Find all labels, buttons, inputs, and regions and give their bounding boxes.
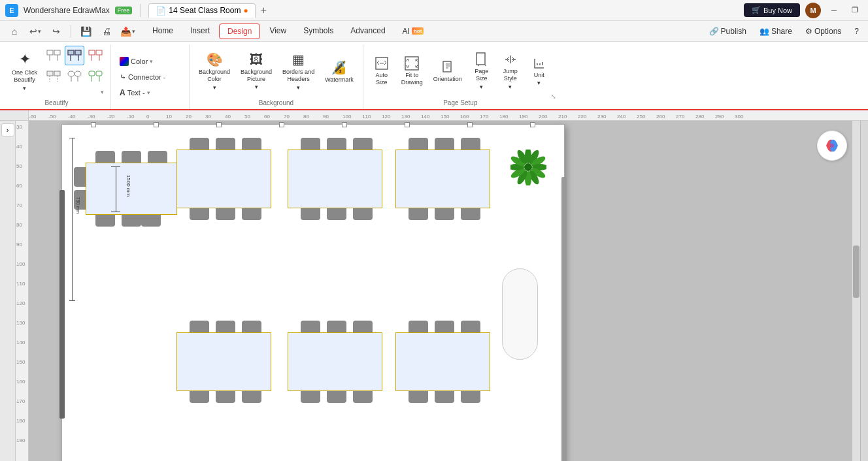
main-area: › 30 40 50 60 70 80 90 100 110 120 130 1…: [0, 121, 868, 461]
resize-handle[interactable]: [530, 122, 535, 127]
buy-now-button[interactable]: 🛒 Buy Now: [744, 3, 800, 17]
fit-to-drawing-button[interactable]: Fit toDrawing: [397, 54, 427, 89]
style-option-3[interactable]: [86, 46, 105, 65]
resize-handle[interactable]: [279, 122, 284, 127]
background-picture-button[interactable]: 🖼 BackgroundPicture ▾: [237, 50, 276, 93]
canvas-wrapper: 30 40 50 60 70 80 90 100 110 120 130 140…: [16, 121, 860, 461]
svg-rect-25: [405, 57, 418, 70]
home-nav-icon[interactable]: ⌂: [5, 22, 24, 40]
desk-surface: [176, 150, 271, 208]
bg-color-icon: 🎨: [207, 52, 223, 67]
vertical-scrollbar[interactable]: [852, 121, 860, 461]
chair: [242, 321, 261, 332]
style-option-6[interactable]: [86, 67, 105, 86]
resize-handle[interactable]: [467, 122, 473, 127]
text-dropdown[interactable]: A Text - ▾: [116, 86, 154, 99]
beautify-icon: ✦: [19, 51, 31, 68]
minimize-button[interactable]: ─: [826, 4, 842, 17]
chair: [461, 321, 480, 332]
options-button[interactable]: ⚙ Options: [801, 25, 845, 37]
desk-surface: [395, 332, 490, 391]
page-setup-label: Page Setup: [369, 98, 552, 108]
chair: [435, 321, 454, 332]
orientation-button[interactable]: Orientation: [429, 57, 466, 86]
right-resize-bar[interactable]: [561, 177, 567, 461]
resize-handle[interactable]: [91, 122, 96, 127]
chair: [190, 391, 209, 403]
tab-design[interactable]: Design: [219, 24, 260, 39]
publish-button[interactable]: 🔗 Publish: [705, 25, 750, 37]
tab-symbols[interactable]: Symbols: [295, 24, 341, 39]
resize-handle[interactable]: [342, 122, 347, 127]
connector-dropdown[interactable]: ⤷ Connector -: [116, 71, 169, 84]
scrollbar-thumb[interactable]: [853, 246, 860, 298]
canvas-content[interactable]: 1500 mm: [29, 121, 860, 461]
auto-size-button[interactable]: AutoSize: [369, 54, 395, 89]
desk-group-1: 1500 mm: [74, 138, 159, 226]
unit-button[interactable]: Unit ▾: [526, 54, 552, 89]
maximize-button[interactable]: ❐: [847, 4, 863, 17]
jump-style-button[interactable]: JumpStyle ▾: [497, 50, 524, 93]
beautify-content: ✦ One ClickBeautify ▾: [8, 46, 105, 97]
desk-surface: [176, 332, 271, 391]
page-size-button[interactable]: PageSize ▾: [469, 50, 495, 93]
orientation-icon: [441, 60, 455, 74]
svg-point-17: [75, 71, 81, 76]
style-option-2[interactable]: [65, 46, 84, 65]
measurement-arrow-top: [111, 167, 120, 167]
tab-home[interactable]: Home: [144, 24, 181, 39]
ribbon: ✦ One ClickBeautify ▾: [0, 42, 868, 110]
chair: [95, 215, 115, 227]
chair: [122, 151, 141, 163]
print-button[interactable]: 🖨: [97, 22, 116, 40]
chair: [148, 151, 167, 163]
sidebar-toggle-button[interactable]: ›: [1, 123, 14, 136]
document-tab[interactable]: 📄 14 Seat Class Room ●: [148, 3, 255, 18]
style-option-5[interactable]: [65, 67, 84, 86]
desk-group-6: [288, 321, 386, 415]
undo-button[interactable]: ↩▾: [26, 22, 44, 40]
expand-style-button[interactable]: ▾: [99, 87, 105, 97]
measurement-line-v: [116, 167, 116, 212]
redo-button[interactable]: ↪: [47, 22, 65, 40]
color-dropdown[interactable]: Color ▾: [116, 55, 156, 68]
export-button[interactable]: 📤▾: [118, 22, 137, 40]
background-section: 🎨 BackgroundColor ▾ 🖼 BackgroundPicture …: [190, 44, 363, 109]
resize-handle[interactable]: [154, 122, 159, 127]
style-grid: [44, 46, 105, 86]
desk-group-7: [395, 321, 493, 415]
beautify-section: ✦ One ClickBeautify ▾: [3, 44, 111, 109]
one-click-beautify-button[interactable]: ✦ One ClickBeautify ▾: [8, 48, 41, 94]
tab-view[interactable]: View: [261, 24, 294, 39]
measurement-arrow-bottom: [111, 212, 120, 212]
save-button[interactable]: 💾: [76, 22, 95, 40]
svg-rect-12: [47, 71, 53, 76]
left-resize-bar[interactable]: [59, 190, 65, 419]
resize-handle[interactable]: [405, 122, 410, 127]
add-tab-button[interactable]: +: [261, 5, 267, 16]
watermark-icon: 🔏: [331, 59, 347, 75]
resize-handle[interactable]: [216, 122, 222, 127]
chair: [301, 208, 320, 220]
help-button[interactable]: ?: [850, 25, 863, 37]
chair: [409, 208, 428, 220]
beautify-label: Beautify: [8, 98, 105, 108]
tab-insert[interactable]: Insert: [182, 24, 218, 39]
tab-advanced[interactable]: Advanced: [342, 24, 393, 39]
sidebar-left: ›: [0, 121, 16, 461]
borders-headers-button[interactable]: ▦ Borders andHeaders ▾: [278, 49, 318, 93]
section-expand-icon[interactable]: ⤡: [551, 93, 556, 100]
canvas-page: 1500 mm: [61, 124, 565, 461]
chair: [216, 208, 235, 220]
style-option-4[interactable]: [44, 67, 63, 86]
menu-bar: ⌂ ↩▾ ↪ 💾 🖨 📤▾ Home Insert Design View Sy…: [0, 21, 868, 42]
share-button[interactable]: 👥 Share: [756, 25, 796, 37]
tab-ai[interactable]: AI hot: [395, 24, 432, 39]
background-color-button[interactable]: 🎨 BackgroundColor ▾: [195, 49, 234, 93]
user-avatar[interactable]: M: [805, 3, 821, 18]
bg-picture-arrow: ▾: [255, 84, 258, 90]
svg-rect-27: [476, 53, 485, 65]
watermark-button[interactable]: 🔏 Watermark: [321, 57, 358, 86]
style-option-1[interactable]: [44, 46, 63, 65]
chair: [327, 321, 346, 332]
